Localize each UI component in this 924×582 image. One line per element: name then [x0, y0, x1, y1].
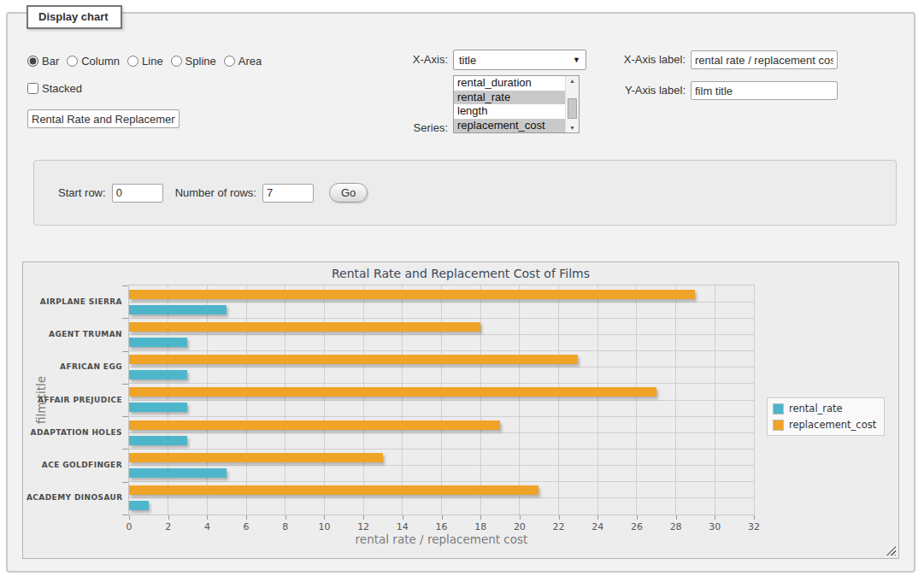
x-axis-select-value: title — [459, 54, 476, 67]
x-tick-label: 30 — [697, 521, 732, 532]
scrollbar-thumb[interactable] — [568, 98, 577, 119]
x-tick-mark — [754, 515, 755, 520]
chart-container: Rental Rate and Replacement Cost of Film… — [22, 262, 899, 559]
start-row-label: Start row: — [58, 186, 106, 199]
radio-bar[interactable] — [27, 56, 38, 67]
x-tick-label: 6 — [229, 521, 263, 532]
x-tick-mark — [520, 515, 521, 520]
x-tick-mark — [403, 515, 403, 520]
chart-plot-area — [129, 285, 754, 514]
bar-replacement_cost-african-egg — [129, 355, 578, 364]
chart-title-input[interactable] — [27, 109, 180, 128]
start-row-input[interactable] — [112, 184, 163, 203]
x-tick-label: 18 — [463, 521, 497, 532]
bar-replacement_cost-academy-dinosaur — [129, 485, 539, 495]
legend-item-rental_rate: rental_rate — [773, 403, 876, 414]
y-gridline — [129, 465, 754, 466]
bar-rental_rate-african-egg — [129, 370, 187, 379]
y-gridline — [129, 318, 754, 319]
y-axis-label-input[interactable] — [691, 81, 838, 100]
x-tick-mark — [715, 515, 715, 520]
radio-label-bar: Bar — [27, 55, 59, 68]
radio-text: Line — [142, 55, 163, 68]
num-rows-input[interactable] — [262, 184, 314, 203]
chart-type-radio-group: BarColumnLineSplineArea — [27, 55, 269, 68]
radio-spline[interactable] — [171, 56, 182, 67]
y-gridline — [129, 367, 754, 367]
y-tick-mark — [122, 514, 128, 515]
radio-text: Spline — [185, 55, 216, 68]
x-axis-label: X-Axis: — [341, 50, 448, 70]
chart-legend: rental_ratereplacement_cost — [767, 397, 885, 436]
x-tick-mark — [676, 515, 677, 520]
x-tick-mark — [559, 515, 560, 520]
stacked-checkbox[interactable] — [27, 83, 38, 94]
x-tick-label: 32 — [737, 521, 771, 532]
radio-text: Column — [81, 55, 120, 68]
x-tick-mark — [597, 515, 598, 520]
x-tick-mark — [363, 515, 364, 520]
series-listbox[interactable]: rental_durationrental_ratelengthreplacem… — [453, 75, 580, 133]
category-label: AFFAIR PREJUDICE — [26, 396, 122, 404]
bar-rental_rate-affair-prejudice — [129, 403, 187, 412]
y-gridline — [129, 302, 754, 303]
bar-rental_rate-airplane-sierra — [129, 305, 227, 315]
chart-title: Rental Rate and Replacement Cost of Film… — [23, 267, 898, 280]
x-tick-label: 26 — [620, 521, 654, 532]
x-tick-label: 12 — [346, 521, 380, 532]
y-gridline — [129, 481, 754, 482]
y-gridline — [129, 432, 754, 433]
category-label: AGENT TRUMAN — [26, 330, 122, 338]
stacked-label: Stacked — [27, 82, 82, 95]
y-tick-mark — [122, 285, 128, 286]
y-tick-mark — [122, 449, 128, 450]
y-tick-mark — [122, 351, 128, 352]
bar-rental_rate-ace-goldfinger — [129, 468, 227, 478]
bar-replacement_cost-ace-goldfinger — [129, 453, 383, 462]
bar-replacement_cost-affair-prejudice — [129, 387, 656, 397]
radio-column[interactable] — [67, 56, 78, 67]
category-label: ADAPTATION HOLES — [26, 428, 122, 437]
series-label: Series: — [341, 118, 448, 138]
y-gridline — [129, 416, 754, 417]
y-tick-mark — [122, 318, 128, 319]
series-option-replacement_cost[interactable]: replacement_cost — [454, 119, 565, 133]
x-tick-mark — [480, 515, 481, 520]
category-label: AIRPLANE SIERRA — [26, 297, 122, 306]
x-tick-mark — [129, 515, 130, 520]
radio-text: Bar — [42, 55, 59, 68]
x-tick-mark — [637, 515, 638, 520]
y-gridline — [129, 334, 754, 335]
x-tick-mark — [324, 515, 325, 520]
x-tick-label: 8 — [268, 521, 303, 532]
bar-rental_rate-agent-truman — [129, 338, 187, 347]
y-gridline — [129, 400, 754, 401]
category-label: ACE GOLDFINGER — [26, 461, 122, 469]
category-label: AFRICAN EGG — [26, 362, 122, 371]
legend-swatch-icon — [773, 403, 784, 414]
x-tick-label: 28 — [659, 521, 693, 532]
radio-line[interactable] — [127, 56, 138, 67]
series-option-length[interactable]: length — [454, 104, 565, 119]
display-chart-fieldset: Display chart BarColumnLineSplineArea St… — [6, 12, 915, 573]
legend-label: replacement_cost — [789, 419, 876, 431]
radio-text: Area — [238, 55, 262, 68]
x-tick-label: 16 — [425, 521, 459, 532]
chart-x-axis-title: rental rate / replacement cost — [129, 532, 754, 546]
x-tick-mark — [285, 515, 286, 520]
x-tick-mark — [246, 515, 247, 520]
series-option-rental_duration[interactable]: rental_duration — [454, 76, 565, 91]
resize-handle-icon[interactable] — [886, 546, 896, 556]
radio-area[interactable] — [224, 56, 235, 67]
series-options: rental_durationrental_ratelengthreplacem… — [454, 76, 565, 132]
x-axis-label-input[interactable] — [691, 50, 838, 69]
series-option-rental_rate[interactable]: rental_rate — [454, 91, 565, 105]
x-tick-label: 24 — [580, 521, 615, 532]
bar-replacement_cost-agent-truman — [129, 322, 480, 332]
radio-label-spline: Spline — [171, 55, 216, 68]
x-tick-mark — [207, 515, 208, 520]
scroll-down-icon[interactable]: ▼ — [566, 125, 579, 131]
radio-label-line: Line — [127, 55, 163, 68]
go-button[interactable]: Go — [329, 183, 368, 203]
category-label: ACADEMY DINOSAUR — [26, 493, 122, 502]
